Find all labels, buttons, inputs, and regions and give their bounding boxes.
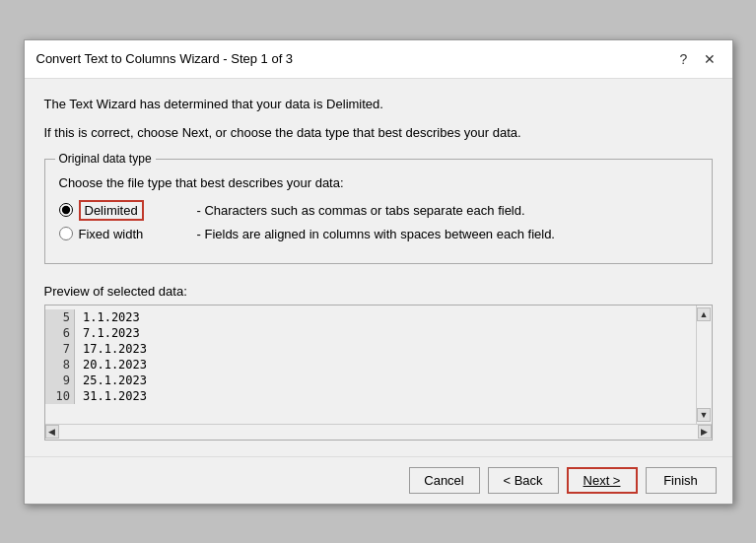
radio-row-delimited: Delimited - Characters such as commas or… xyxy=(59,200,698,221)
group-content: Choose the file type that best describes… xyxy=(59,175,698,241)
scroll-left-arrow[interactable]: ◀ xyxy=(45,425,59,439)
row-num: 7 xyxy=(45,341,75,357)
title-bar-buttons: ? ✕ xyxy=(673,48,721,70)
group-legend: Original data type xyxy=(55,152,156,166)
label-delimited[interactable]: Delimited xyxy=(79,200,144,221)
label-fixed-width[interactable]: Fixed width xyxy=(79,227,144,241)
scroll-down-arrow[interactable]: ▼ xyxy=(697,408,711,422)
row-value: 31.1.2023 xyxy=(75,388,696,404)
close-button[interactable]: ✕ xyxy=(699,48,721,70)
row-value: 7.1.2023 xyxy=(75,325,696,341)
scroll-up-arrow[interactable]: ▲ xyxy=(697,307,711,321)
dialog-title: Convert Text to Columns Wizard - Step 1 … xyxy=(36,51,294,66)
radio-label-wrap-delimited: Delimited xyxy=(59,200,187,221)
table-row: 717.1.2023 xyxy=(45,341,696,357)
dialog-body: The Text Wizard has determined that your… xyxy=(25,79,732,456)
radio-delimited[interactable] xyxy=(59,203,73,217)
row-value: 20.1.2023 xyxy=(75,357,696,373)
next-button[interactable]: Next > xyxy=(567,467,638,494)
row-value: 1.1.2023 xyxy=(75,309,696,325)
preview-container: 51.1.202367.1.2023717.1.2023820.1.202392… xyxy=(44,305,713,441)
intro-line1: The Text Wizard has determined that your… xyxy=(44,95,713,114)
help-button[interactable]: ? xyxy=(673,48,695,70)
vertical-scrollbar[interactable]: ▲ ▼ xyxy=(696,305,712,424)
row-num: 5 xyxy=(45,309,75,325)
finish-button[interactable]: Finish xyxy=(646,467,717,494)
preview-section: Preview of selected data: 51.1.202367.1.… xyxy=(44,284,713,441)
row-num: 9 xyxy=(45,373,75,388)
radio-label-wrap-fixed: Fixed width xyxy=(59,227,187,241)
title-bar-left: Convert Text to Columns Wizard - Step 1 … xyxy=(36,51,294,66)
intro-line2: If this is correct, choose Next, or choo… xyxy=(44,123,713,143)
title-bar: Convert Text to Columns Wizard - Step 1 … xyxy=(25,40,732,79)
row-num: 8 xyxy=(45,357,75,373)
original-data-type-group: Original data type Choose the file type … xyxy=(44,159,713,264)
radio-fixed-width[interactable] xyxy=(59,227,73,240)
cancel-button[interactable]: Cancel xyxy=(409,467,480,494)
dialog-footer: Cancel < Back Next > Finish xyxy=(25,456,732,504)
radio-row-fixed: Fixed width - Fields are aligned in colu… xyxy=(59,227,698,241)
h-scroll-track[interactable] xyxy=(59,425,698,440)
preview-label: Preview of selected data: xyxy=(44,284,713,299)
preview-table: 51.1.202367.1.2023717.1.2023820.1.202392… xyxy=(45,309,696,404)
scroll-right-arrow[interactable]: ▶ xyxy=(698,425,712,439)
table-row: 925.1.2023 xyxy=(45,373,696,388)
desc-delimited: - Characters such as commas or tabs sepa… xyxy=(197,203,525,218)
row-value: 17.1.2023 xyxy=(75,341,696,357)
row-value: 25.1.2023 xyxy=(75,373,696,388)
desc-fixed-width: - Fields are aligned in columns with spa… xyxy=(197,227,555,241)
preview-inner: 51.1.202367.1.2023717.1.2023820.1.202392… xyxy=(45,305,712,424)
row-num: 6 xyxy=(45,325,75,341)
group-description: Choose the file type that best describes… xyxy=(59,175,698,190)
row-num: 10 xyxy=(45,388,75,404)
table-row: 1031.1.2023 xyxy=(45,388,696,404)
table-row: 51.1.2023 xyxy=(45,309,696,325)
table-row: 820.1.2023 xyxy=(45,357,696,373)
back-button[interactable]: < Back xyxy=(488,467,559,494)
preview-data-box[interactable]: 51.1.202367.1.2023717.1.2023820.1.202392… xyxy=(45,305,696,424)
dialog-window: Convert Text to Columns Wizard - Step 1 … xyxy=(24,39,733,505)
horizontal-scrollbar[interactable]: ◀ ▶ xyxy=(45,424,712,440)
table-row: 67.1.2023 xyxy=(45,325,696,341)
